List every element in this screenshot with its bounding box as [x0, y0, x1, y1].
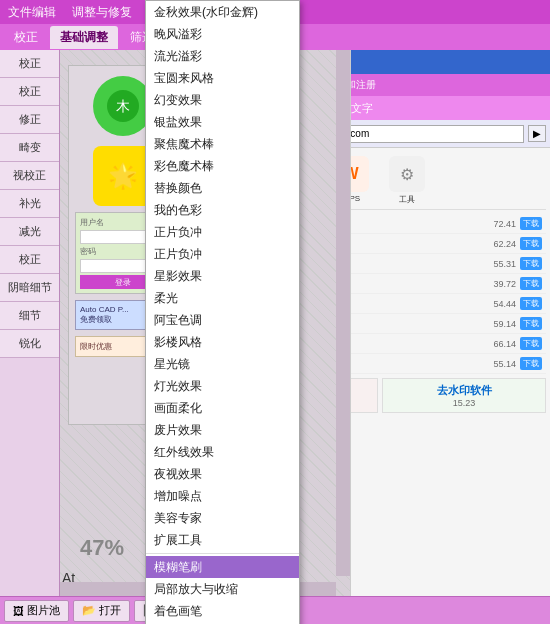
- ctx-item-9[interactable]: 我的色彩: [146, 199, 299, 221]
- context-menu: 金秋效果(水印金辉) 晚风溢彩 流光溢彩 宝圆来风格 幻变效果 银盐效果 聚焦魔…: [145, 0, 300, 624]
- sidebar-btn-4[interactable]: 视校正: [0, 162, 59, 190]
- sidebar-btn-5[interactable]: 补光: [0, 190, 59, 218]
- special-item-1: 去水印软件 15.23: [382, 378, 546, 413]
- ctx-item-3[interactable]: 宝圆来风格: [146, 67, 299, 89]
- dl-btn-0[interactable]: 下载: [520, 217, 542, 230]
- ctx-item-2[interactable]: 流光溢彩: [146, 45, 299, 67]
- download-item-7: Win City Windows 1.5.0 55.14 下载: [350, 354, 546, 374]
- ctx-item-20[interactable]: 红外线效果: [146, 441, 299, 463]
- dl-btn-7[interactable]: 下载: [520, 357, 542, 370]
- bg-window-content: 更鲜艳 码大师专用功能 升级和注册 意合成 数码暗房 玩转文字 ◀ ▶: [350, 74, 550, 596]
- zoom-label: 47%: [80, 535, 124, 561]
- pool-icon: 🖼: [13, 605, 24, 617]
- sidebar-btn-3[interactable]: 畸变: [0, 134, 59, 162]
- bg-page-content: T 腾讯 💬 微信 W WPS: [350, 148, 550, 596]
- dl-name-0: 腾讯QQ V7.1.7.3230: [350, 217, 489, 230]
- special-items-row: 绝地求生声器 28.91 去水印软件 15.23: [350, 378, 546, 413]
- download-item-3: 百度 百度拼音 V5.3.0 39.72 下载: [350, 274, 546, 294]
- menu-adjust[interactable]: 调整与修复: [68, 2, 136, 23]
- dl-size-2: 55.31: [493, 259, 516, 269]
- dl-size-4: 54.44: [493, 299, 516, 309]
- ctx-item-13[interactable]: 柔光: [146, 287, 299, 309]
- sidebar-btn-6[interactable]: 减光: [0, 218, 59, 246]
- ctx-item-18[interactable]: 画面柔化: [146, 397, 299, 419]
- tab-basic[interactable]: 基础调整: [50, 26, 118, 49]
- open-icon: 📂: [82, 604, 96, 617]
- bg-tab-bar: 意合成 数码暗房 玩转文字: [350, 96, 550, 120]
- svg-text:木: 木: [116, 98, 130, 114]
- special-item-0: 绝地求生声器 28.91: [350, 378, 378, 413]
- ctx-item-15[interactable]: 影楼风格: [146, 331, 299, 353]
- app-icon-w[interactable]: W WPS: [350, 156, 376, 205]
- sidebar-btn-1[interactable]: 校正: [0, 78, 59, 106]
- dl-name-6: 百度V11.1.0.1232: [350, 337, 489, 350]
- bottom-btn-pool[interactable]: 🖼 图片池: [4, 600, 69, 622]
- download-item-2: 360 360安全卫士 V11.1.0.2260 55.31 下载: [350, 254, 546, 274]
- right-panel: 变更趋势 - [zxc.jpg] 更鲜艳 码大师专用功能 升级和注册 意合成 数…: [350, 50, 550, 596]
- dl-btn-1[interactable]: 下载: [520, 237, 542, 250]
- download-item-0: Q 腾讯QQ V7.1.7.3230 72.41 下载: [350, 214, 546, 234]
- menu-file-edit[interactable]: 文件编辑: [4, 2, 60, 23]
- dl-name-5: Windows 15.6.2280: [350, 319, 489, 329]
- bg-window-title-bar: 变更趋势 - [zxc.jpg]: [350, 50, 550, 74]
- ctx-item-4[interactable]: 幻变效果: [146, 89, 299, 111]
- dl-name-7: City Windows 1.5.0: [350, 359, 489, 369]
- app-icon-settings[interactable]: ⚙ 工具: [382, 156, 432, 205]
- dl-size-3: 39.72: [493, 279, 516, 289]
- vertical-scrollbar[interactable]: [336, 50, 350, 576]
- dl-btn-6[interactable]: 下载: [520, 337, 542, 350]
- dl-size-6: 66.14: [493, 339, 516, 349]
- bg-address-row: ◀ ▶ ▶: [350, 120, 550, 148]
- ctx-item-16[interactable]: 星光镜: [146, 353, 299, 375]
- sidebar-btn-0[interactable]: 校正: [0, 50, 59, 78]
- ctx-item-11[interactable]: 正片负冲: [146, 243, 299, 265]
- sidebar-btn-8[interactable]: 阴暗细节: [0, 274, 59, 302]
- ctx-item-8[interactable]: 替换颜色: [146, 177, 299, 199]
- ctx-item-0[interactable]: 金秋效果(水印金辉): [146, 1, 299, 23]
- ctx-item-12[interactable]: 星影效果: [146, 265, 299, 287]
- ctx-item-7[interactable]: 彩色魔术棒: [146, 155, 299, 177]
- ctx-item-17[interactable]: 灯光效果: [146, 375, 299, 397]
- download-list: Q 腾讯QQ V7.1.7.3230 72.41 下载 Q 腾讯QQ V7.17…: [350, 214, 546, 413]
- ctx-item-5[interactable]: 银盐效果: [146, 111, 299, 133]
- ctx-item-25-highlighted[interactable]: 模糊笔刷: [146, 556, 299, 578]
- ctx-item-1[interactable]: 晚风溢彩: [146, 23, 299, 45]
- ctx-item-23[interactable]: 美容专家: [146, 507, 299, 529]
- ctx-item-27[interactable]: 着色画笔: [146, 600, 299, 622]
- bg-toolbar-label-2: 升级和注册: [350, 78, 376, 92]
- dl-size-0: 72.41: [493, 219, 516, 229]
- sidebar-btn-7[interactable]: 校正: [0, 246, 59, 274]
- ctx-item-19[interactable]: 废片效果: [146, 419, 299, 441]
- app-container: 文件编辑 调整与修复 创意合成 校正 基础调整 筛选 校正 校正 修正 畸变 视…: [0, 0, 550, 624]
- download-item-4: Win Windows 7 64位.0.0 54.44 下载: [350, 294, 546, 314]
- sidebar-btn-2[interactable]: 修正: [0, 106, 59, 134]
- dl-name-4: Windows 7 64位.0.0: [350, 297, 489, 310]
- dl-size-5: 59.14: [493, 319, 516, 329]
- dl-name-3: 百度拼音 V5.3.0: [350, 277, 489, 290]
- bg-go-button[interactable]: ▶: [528, 125, 546, 142]
- bg-tab-2[interactable]: 玩转文字: [350, 99, 379, 118]
- ctx-item-14[interactable]: 阿宝色调: [146, 309, 299, 331]
- bottom-btn-open[interactable]: 📂 打开: [73, 600, 130, 622]
- ctx-item-21[interactable]: 夜视效果: [146, 463, 299, 485]
- open-label: 打开: [99, 603, 121, 618]
- ctx-item-24[interactable]: 扩展工具: [146, 529, 299, 551]
- app-icons-row: T 腾讯 💬 微信 W WPS: [350, 152, 546, 210]
- download-item-1: Q 腾讯QQ V7.17.7.9120 62.24 下载: [350, 234, 546, 254]
- left-sidebar: 校正 校正 修正 畸变 视校正 补光 减光 校正 阴暗细节 细节 锐化: [0, 50, 60, 596]
- ctx-item-6[interactable]: 聚焦魔术棒: [146, 133, 299, 155]
- bg-extra-toolbar: 更鲜艳 码大师专用功能 升级和注册: [350, 74, 550, 96]
- dl-btn-4[interactable]: 下载: [520, 297, 542, 310]
- sidebar-btn-9[interactable]: 细节: [0, 302, 59, 330]
- sidebar-btn-10[interactable]: 锐化: [0, 330, 59, 358]
- dl-name-2: 360安全卫士 V11.1.0.2260: [350, 257, 489, 270]
- ctx-item-10[interactable]: 正片负冲: [146, 221, 299, 243]
- ctx-item-22[interactable]: 增加噪点: [146, 485, 299, 507]
- download-item-5: Win Windows 15.6.2280 59.14 下载: [350, 314, 546, 334]
- bg-address-bar[interactable]: [350, 125, 524, 143]
- dl-btn-2[interactable]: 下载: [520, 257, 542, 270]
- ctx-item-26[interactable]: 局部放大与收缩: [146, 578, 299, 600]
- tab-correction[interactable]: 校正: [4, 26, 48, 49]
- dl-btn-5[interactable]: 下载: [520, 317, 542, 330]
- dl-btn-3[interactable]: 下载: [520, 277, 542, 290]
